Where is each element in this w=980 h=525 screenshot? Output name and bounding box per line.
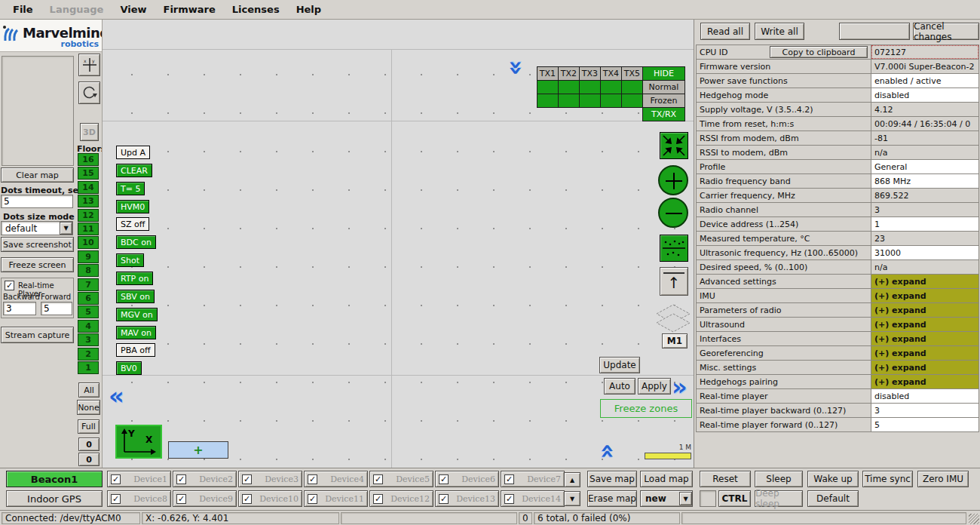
checkbox-icon[interactable]: ✓ — [111, 474, 121, 484]
read-all-button[interactable]: Read all — [700, 23, 750, 40]
pan-up-icon[interactable]: « — [504, 62, 524, 76]
deep-sleep-button[interactable]: Deep sleep — [755, 490, 803, 507]
device-cell-device12[interactable]: ✓Device12 — [369, 490, 433, 507]
floors-all-button[interactable]: All — [78, 382, 100, 398]
floors-full-button[interactable]: Full — [78, 419, 100, 434]
tx-column-tx3[interactable]: TX3 — [579, 66, 601, 81]
tx-state-cell[interactable] — [537, 94, 559, 108]
xy-axes-tool-button[interactable]: xy — [78, 54, 100, 76]
menu-item-file[interactable]: File — [5, 1, 41, 18]
floor-button-4[interactable]: 4 — [78, 320, 99, 333]
device-cell-device3[interactable]: ✓Device3 — [238, 471, 302, 487]
realtime-player-checkbox[interactable]: ✓ — [5, 281, 14, 290]
device-cell-device1[interactable]: ✓Device1 — [107, 471, 171, 487]
tx-state-cell[interactable] — [621, 94, 643, 108]
save-screenshot-button[interactable]: Save screenshot — [1, 237, 74, 252]
checkbox-icon[interactable]: ✓ — [111, 494, 121, 504]
tx-row-frozen[interactable]: Frozen — [642, 94, 685, 108]
fit-to-screen-button[interactable] — [660, 132, 688, 159]
save-map-button[interactable]: Save map — [587, 471, 637, 487]
tx-state-cell[interactable] — [579, 94, 601, 108]
checkbox-icon[interactable]: ✓ — [373, 474, 383, 484]
floor-button-14[interactable]: 14 — [78, 181, 99, 194]
menu-item-licenses[interactable]: Licenses — [224, 1, 288, 18]
property-value[interactable]: (+) expand — [871, 317, 979, 332]
map-toggle-sbv-on[interactable]: SBV on — [116, 290, 155, 303]
3d-view-button[interactable]: 3D — [80, 123, 99, 141]
devices-scroll-up-button[interactable]: ▲ — [564, 472, 580, 487]
device-cell-device4[interactable]: ✓Device4 — [304, 471, 368, 487]
chevron-down-icon[interactable]: ▼ — [60, 222, 72, 235]
checkbox-icon[interactable]: ✓ — [504, 474, 514, 484]
chevron-down-icon[interactable]: ▼ — [679, 492, 692, 505]
floor-button-12[interactable]: 12 — [78, 209, 99, 222]
device-cell-device6[interactable]: ✓Device6 — [435, 471, 499, 487]
clear-map-button[interactable]: Clear map — [1, 167, 74, 183]
property-value[interactable]: (+) expand — [871, 345, 979, 361]
update-button[interactable]: Update — [599, 357, 640, 373]
add-submap-button[interactable]: + — [168, 441, 228, 459]
tx-column-tx2[interactable]: TX2 — [558, 66, 580, 81]
zoom-out-button[interactable] — [658, 198, 688, 228]
apply-button[interactable]: Apply — [638, 378, 671, 395]
load-map-button[interactable]: Load map — [640, 471, 693, 487]
floor-offset-top-button[interactable]: 0 — [78, 438, 100, 451]
freeze-screen-button[interactable]: Freeze screen — [1, 257, 74, 272]
floor-button-5[interactable]: 5 — [78, 305, 99, 318]
dots-display-button[interactable] — [660, 235, 688, 262]
map-toggle-t-5[interactable]: T= 5 — [116, 182, 145, 195]
forward-input[interactable] — [41, 302, 72, 315]
pan-right-icon[interactable]: » — [672, 377, 686, 397]
checkbox-icon[interactable]: ✓ — [439, 494, 449, 504]
tx-column-tx4[interactable]: TX4 — [600, 66, 622, 81]
tx-state-cell[interactable] — [600, 80, 622, 94]
tx-column-tx5[interactable]: TX5 — [621, 66, 643, 81]
tx-state-cell[interactable] — [621, 80, 643, 94]
write-all-button[interactable]: Write all — [755, 23, 804, 40]
property-value[interactable]: 1 — [871, 216, 979, 232]
time-sync-button[interactable]: Time sync — [862, 471, 913, 487]
floor-button-9[interactable]: 9 — [78, 250, 99, 263]
property-value[interactable]: (+) expand — [871, 331, 979, 346]
map-select[interactable]: new ▼ — [640, 490, 693, 507]
zoom-in-button[interactable] — [658, 165, 688, 195]
map-toggle-bv0[interactable]: BV0 — [116, 361, 142, 375]
tx-column-tx1[interactable]: TX1 — [537, 66, 559, 81]
tx-state-cell[interactable] — [558, 80, 580, 94]
blank-button[interactable] — [839, 23, 910, 40]
indoor-gps-tab[interactable]: Indoor GPS — [6, 490, 103, 507]
property-value[interactable]: 868 MHz — [871, 173, 979, 189]
checkbox-icon[interactable]: ✓ — [439, 474, 449, 484]
beacon1-tab[interactable]: Beacon1 — [6, 471, 103, 487]
map-toggle-shot[interactable]: Shot — [116, 253, 144, 267]
menu-item-language[interactable]: Language — [41, 1, 112, 18]
property-value[interactable]: 5 — [871, 417, 979, 432]
device-cell-device5[interactable]: ✓Device5 — [369, 471, 433, 487]
floor-button-11[interactable]: 11 — [78, 223, 99, 235]
default-button[interactable]: Default — [807, 490, 859, 507]
txrx-button[interactable]: TX/RX — [642, 107, 685, 121]
property-value[interactable]: disabled — [871, 388, 979, 404]
zero-imu-button[interactable]: Zero IMU — [917, 471, 969, 487]
tx-row-normal[interactable]: Normal — [642, 80, 685, 94]
device-cell-device10[interactable]: ✓Device10 — [238, 490, 302, 507]
floor-button-10[interactable]: 10 — [78, 236, 99, 249]
tx-state-cell[interactable] — [579, 80, 601, 94]
property-value[interactable]: enabled / active — [871, 73, 979, 88]
property-value[interactable]: General — [871, 159, 979, 174]
property-value[interactable]: 31000 — [871, 245, 979, 260]
map-canvas[interactable]: « « » « TX1TX2TX3TX4TX5HIDENormalFrozenT… — [102, 20, 694, 468]
floor-offset-bottom-button[interactable]: 0 — [78, 453, 100, 466]
map-toggle-clear[interactable]: CLEAR — [116, 164, 152, 177]
pan-left-icon[interactable]: « — [109, 386, 123, 406]
resize-grip[interactable] — [969, 514, 979, 524]
tx-state-cell[interactable] — [537, 80, 559, 94]
checkbox-icon[interactable]: ✓ — [373, 494, 383, 504]
tx-state-cell[interactable] — [558, 94, 580, 108]
pan-down-icon[interactable]: « — [599, 444, 618, 458]
property-value[interactable]: (+) expand — [871, 288, 979, 303]
stream-capture-button[interactable]: Stream capture — [1, 327, 74, 343]
move-to-top-button[interactable]: ↑ — [660, 267, 688, 296]
property-value[interactable]: 3 — [871, 403, 979, 418]
wake-up-button[interactable]: Wake up — [807, 471, 859, 487]
